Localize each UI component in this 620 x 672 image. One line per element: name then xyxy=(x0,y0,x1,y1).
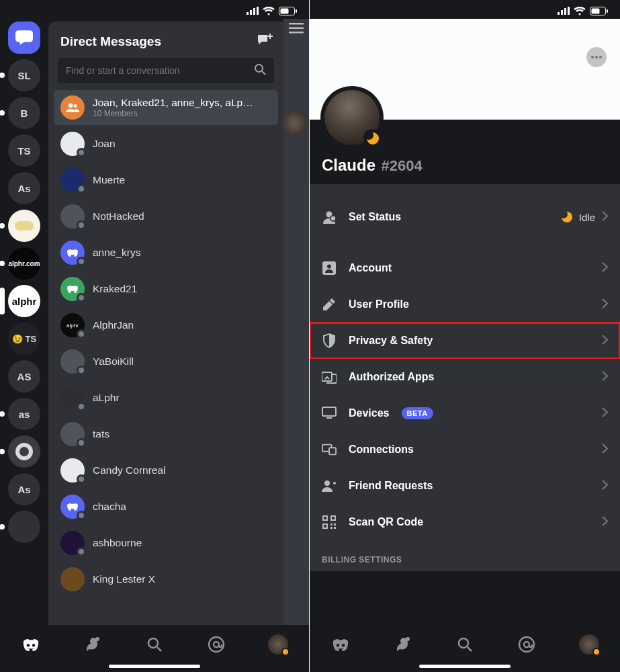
user-avatar xyxy=(60,458,85,482)
qr-icon xyxy=(322,515,337,529)
user-avatar xyxy=(60,349,85,374)
account-row[interactable]: Account xyxy=(310,250,620,286)
set-status-row[interactable]: Set Status Idle xyxy=(310,199,620,235)
server-item[interactable] xyxy=(8,435,40,468)
privacy-safety-row[interactable]: Privacy & Safety xyxy=(310,323,620,359)
server-item[interactable]: As xyxy=(8,172,40,204)
billing-section-title: BILLING SETTINGS xyxy=(310,540,620,571)
chevron-right-icon xyxy=(602,211,608,224)
friend-requests-row[interactable]: Friend Requests xyxy=(310,468,620,504)
chevron-right-icon xyxy=(602,407,608,420)
dm-row[interactable]: anne_krys xyxy=(54,235,278,270)
user-avatar: alphr xyxy=(60,313,85,337)
server-item[interactable]: alphr.com xyxy=(8,247,40,280)
wifi-icon xyxy=(574,7,586,15)
dm-row[interactable]: Muerte xyxy=(54,163,278,198)
server-item[interactable]: AS xyxy=(8,360,40,392)
svg-rect-0 xyxy=(247,12,249,15)
screen-dm-list: SL B TS As alphr.com alphr 😉 TS AS as As… xyxy=(0,0,310,672)
devices-row[interactable]: Devices BETA xyxy=(310,395,620,431)
chevron-right-icon xyxy=(602,444,608,456)
svg-point-14 xyxy=(95,637,99,641)
nav-friends-icon[interactable] xyxy=(78,630,107,659)
nav-mentions-icon[interactable] xyxy=(512,630,541,659)
peek-avatar xyxy=(281,110,307,136)
scan-qr-row[interactable]: Scan QR Code xyxy=(310,504,620,540)
dm-row[interactable]: Candy Cornreal xyxy=(54,453,278,488)
server-item[interactable]: 😉 TS xyxy=(8,323,40,355)
dm-row[interactable]: alphrAlphrJan xyxy=(54,308,278,343)
svg-rect-24 xyxy=(592,8,600,13)
svg-rect-36 xyxy=(326,417,332,419)
dm-row[interactable]: chacha xyxy=(54,489,278,524)
dm-group-row[interactable]: Joan, Kraked21, anne_krys, aLph... 10 Me… xyxy=(54,90,278,125)
dm-search[interactable] xyxy=(58,58,274,83)
dm-list[interactable]: Joan, Kraked21, anne_krys, aLph... 10 Me… xyxy=(48,90,283,625)
hamburger-icon[interactable] xyxy=(289,23,304,36)
user-avatar xyxy=(60,132,85,156)
dm-panel: Direct Messages Joan, Kraked21, anne_kry… xyxy=(48,22,283,625)
svg-point-50 xyxy=(406,637,410,641)
server-item[interactable]: SL xyxy=(8,59,40,91)
svg-point-26 xyxy=(591,56,594,58)
dm-row[interactable]: YaBoiKill xyxy=(54,344,278,379)
svg-point-31 xyxy=(331,216,335,220)
svg-point-28 xyxy=(599,56,602,58)
new-dm-icon[interactable] xyxy=(257,34,273,50)
dm-row[interactable]: ashbourne xyxy=(54,526,278,560)
nav-profile-button[interactable] xyxy=(574,630,604,659)
nav-discord-icon[interactable] xyxy=(326,630,355,659)
svg-rect-5 xyxy=(281,8,289,13)
server-item[interactable]: alphr xyxy=(8,285,40,317)
profile-avatar[interactable] xyxy=(320,86,384,149)
nav-mentions-icon[interactable] xyxy=(202,630,231,659)
chevron-right-icon xyxy=(602,335,608,347)
nav-profile-button[interactable] xyxy=(263,630,293,659)
svg-point-54 xyxy=(524,642,529,647)
dm-row[interactable]: King Lester X xyxy=(54,562,278,597)
svg-line-16 xyxy=(157,647,161,651)
home-dm-button[interactable] xyxy=(8,22,40,54)
dm-name: Joan, Kraked21, anne_krys, aLph... xyxy=(93,97,254,109)
bottom-nav xyxy=(310,625,620,672)
dm-row[interactable]: NotHacked xyxy=(54,199,278,234)
monitor-icon xyxy=(322,407,337,420)
nav-search-icon[interactable] xyxy=(140,630,169,659)
server-item[interactable]: B xyxy=(8,97,40,129)
more-button[interactable] xyxy=(586,47,607,67)
server-item[interactable]: TS xyxy=(8,134,40,167)
svg-point-33 xyxy=(327,265,331,269)
battery-icon xyxy=(590,7,608,15)
dm-row[interactable]: Kraked21 xyxy=(54,271,278,306)
svg-rect-25 xyxy=(607,9,608,13)
home-indicator xyxy=(419,665,511,668)
server-item[interactable] xyxy=(8,210,40,242)
authorized-apps-row[interactable]: Authorized Apps xyxy=(310,359,620,395)
pencil-icon xyxy=(322,298,337,311)
nav-discord-icon[interactable] xyxy=(16,630,46,659)
server-item[interactable] xyxy=(8,511,40,543)
chevron-right-icon xyxy=(602,371,608,384)
search-input[interactable] xyxy=(66,65,247,76)
chevron-right-icon xyxy=(602,298,608,311)
connections-row[interactable]: Connections xyxy=(310,431,620,468)
shield-icon xyxy=(322,333,337,348)
wifi-icon xyxy=(263,7,275,15)
server-rail: SL B TS As alphr.com alphr 😉 TS AS as As xyxy=(0,19,48,625)
user-avatar xyxy=(60,204,85,228)
dm-row[interactable]: Joan xyxy=(54,126,278,161)
server-item[interactable]: As xyxy=(8,473,40,505)
user-profile-row[interactable]: User Profile xyxy=(310,286,620,323)
chevron-right-icon xyxy=(602,480,608,493)
svg-point-15 xyxy=(148,638,158,648)
svg-line-8 xyxy=(262,71,265,75)
nav-search-icon[interactable] xyxy=(450,630,480,659)
svg-rect-47 xyxy=(324,517,326,519)
username: Claude xyxy=(322,156,375,174)
server-item[interactable]: as xyxy=(8,398,40,430)
account-icon xyxy=(322,261,337,275)
dm-row[interactable]: aLphr xyxy=(54,380,278,415)
dm-row[interactable]: tats xyxy=(54,417,278,452)
nav-friends-icon[interactable] xyxy=(388,630,418,659)
svg-point-7 xyxy=(255,65,263,72)
